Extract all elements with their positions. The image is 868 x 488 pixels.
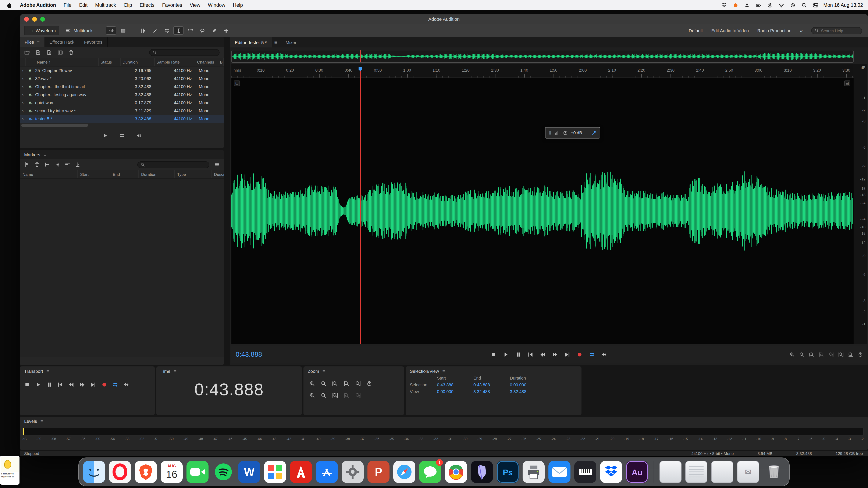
editor-fast-forward-button[interactable]	[552, 352, 558, 358]
zoom-panel-zoom-in-button[interactable]	[309, 381, 315, 386]
panel-menu-icon[interactable]: ≡	[174, 368, 177, 373]
overview-playhead[interactable]	[360, 51, 361, 62]
waveform-overview[interactable]	[231, 50, 854, 63]
files-loop-button[interactable]	[119, 133, 125, 138]
transport-pause-button[interactable]	[46, 382, 52, 388]
column-header[interactable]: Sample Rate	[155, 58, 195, 66]
dock-safari-icon[interactable]	[393, 461, 415, 483]
hud-clock-icon[interactable]	[563, 130, 568, 135]
dock-audio-midi-icon[interactable]	[574, 461, 596, 483]
column-header[interactable]: End ↑	[110, 170, 138, 178]
wifi-icon[interactable]	[778, 2, 784, 8]
timeline-ruler[interactable]: hms 0:100:200:300:400:501:001:101:201:30…	[231, 64, 854, 78]
multitrack-mode-button[interactable]: Multitrack	[62, 26, 96, 35]
file-row[interactable]: ›second try intro.wav *7:11.32944100 HzM…	[20, 107, 224, 115]
dock-photoshop-icon[interactable]: Ps	[497, 461, 519, 483]
battery-icon[interactable]	[755, 2, 761, 8]
menu-favorites[interactable]: Favorites	[162, 3, 182, 8]
tool-marquee[interactable]	[185, 26, 195, 35]
expand-chevron-icon[interactable]: ›	[20, 100, 26, 105]
sv-duration[interactable]: 0:00.000	[510, 383, 546, 387]
zoom-panel-zoom-sel-in-button[interactable]	[344, 381, 349, 386]
menu-view[interactable]: View	[190, 3, 200, 8]
file-row[interactable]: ›quiet.wav0:17.87944100 HzMono	[20, 99, 224, 107]
editor-zoom-sel-left-button[interactable]	[819, 352, 824, 357]
column-header[interactable]: Duration	[138, 170, 175, 178]
time-display[interactable]: 0:43.888	[156, 380, 302, 399]
zoom-panel-zoom-sel-right-button[interactable]	[355, 393, 361, 398]
menu-help[interactable]: Help	[233, 3, 243, 8]
column-header[interactable]	[26, 58, 35, 66]
tool-dual-cursor[interactable]	[138, 26, 148, 35]
dock-calendar-icon[interactable]: AUG16	[161, 461, 183, 483]
amplitude-scale[interactable]: dB -1-1-2-2-3-3-6-6-9-9-12-12-15-15-18-1…	[854, 64, 867, 344]
transport-rewind-button[interactable]	[68, 382, 74, 388]
workspace-radio-production[interactable]: Radio Production	[757, 28, 792, 33]
editor-play-button[interactable]	[503, 352, 509, 358]
menu-clip[interactable]: Clip	[124, 3, 132, 8]
dock-printer-icon[interactable]	[523, 461, 545, 483]
tool-time-selection[interactable]	[174, 26, 184, 35]
help-search-input[interactable]	[821, 28, 859, 33]
export-markers-icon[interactable]	[75, 162, 81, 167]
trash-icon[interactable]	[68, 50, 74, 55]
files-column-headers[interactable]: Name ↑StatusDurationSample RateChannelsB…	[20, 58, 224, 66]
workspace-default[interactable]: Default	[689, 28, 703, 33]
menu-edit[interactable]: Edit	[79, 3, 88, 8]
transport-play-button[interactable]	[35, 382, 41, 388]
column-header[interactable]: Channels	[195, 58, 218, 66]
dock-obsidian-icon[interactable]	[471, 461, 493, 483]
file-row[interactable]: ›32.wav *3:20.96244100 HzMono	[20, 74, 224, 83]
editor-zoom-in-button[interactable]	[789, 352, 795, 357]
dock-spotify-icon[interactable]	[212, 461, 235, 483]
transport-move-previous-button[interactable]	[57, 382, 63, 388]
merge-markers-icon[interactable]	[55, 162, 60, 167]
panel-menu-icon[interactable]: ≡	[40, 419, 43, 424]
file-row[interactable]: ›25_Chapter 25.wav2:16.76544100 HzMono	[20, 66, 224, 74]
dock-grid-icon[interactable]	[264, 461, 286, 483]
dock-word-icon[interactable]: W	[238, 461, 260, 483]
playhead-line[interactable]	[360, 67, 361, 344]
dock-acrobat-icon[interactable]	[290, 461, 312, 483]
dropbox-icon[interactable]	[721, 2, 727, 8]
menu-multitrack[interactable]: Multitrack	[95, 3, 116, 8]
tool-slip[interactable]	[162, 26, 172, 35]
column-header[interactable]: Name	[20, 170, 78, 178]
transport-skip-button[interactable]	[123, 382, 129, 388]
tab-mixer[interactable]: Mixer	[280, 40, 302, 45]
dock-audition-icon[interactable]: Au	[626, 461, 648, 483]
editor-stop-button[interactable]	[491, 352, 497, 358]
zoom-panel-zoom-sel-out-button[interactable]	[355, 381, 361, 386]
help-search[interactable]	[811, 27, 862, 34]
menubar-clock[interactable]: Mon 16 Aug 13.02	[823, 3, 868, 8]
zoom-panel-zoom-auto-button[interactable]	[332, 381, 338, 386]
menu-file[interactable]: File	[64, 3, 71, 8]
editor-timer-button[interactable]	[858, 352, 863, 357]
files-horizontal-scrollbar[interactable]	[21, 124, 88, 127]
hud-gain-value[interactable]: +0 dB	[571, 130, 582, 135]
files-search-input[interactable]	[159, 50, 216, 55]
markers-column-headers[interactable]: NameStartEnd ↑DurationTypeDescr	[20, 170, 224, 179]
column-header[interactable]: Status	[99, 58, 121, 66]
panel-menu-icon[interactable]: ≡	[44, 152, 46, 157]
control-center-icon[interactable]	[813, 2, 818, 8]
editor-pause-button[interactable]	[515, 352, 521, 358]
files-auto-play-button[interactable]	[136, 133, 142, 138]
zoom-panel-zoom-in-button[interactable]	[309, 393, 315, 398]
column-header[interactable]: Duration	[121, 58, 155, 66]
dock-window-thumbnail[interactable]	[711, 461, 733, 483]
sv-duration[interactable]: 3:32.488	[510, 389, 546, 394]
editor-record-button[interactable]	[577, 352, 583, 358]
new-file-icon[interactable]	[46, 50, 52, 55]
zoom-panel-zoom-sel-button[interactable]	[332, 393, 338, 398]
expand-chevron-icon[interactable]: ›	[20, 76, 26, 81]
markers-panel-header[interactable]: Markers≡	[20, 150, 224, 159]
tool-spot-heal[interactable]	[221, 26, 231, 35]
dock-finder-icon[interactable]	[83, 461, 105, 483]
insert-multitrack-icon[interactable]	[65, 162, 70, 167]
dock-window-thumbnail[interactable]	[685, 461, 707, 483]
transport-move-next-button[interactable]	[90, 382, 96, 388]
editor-zoom-out-button[interactable]	[799, 352, 804, 357]
editor-rewind-button[interactable]	[540, 352, 546, 358]
level-meter[interactable]	[23, 428, 864, 435]
